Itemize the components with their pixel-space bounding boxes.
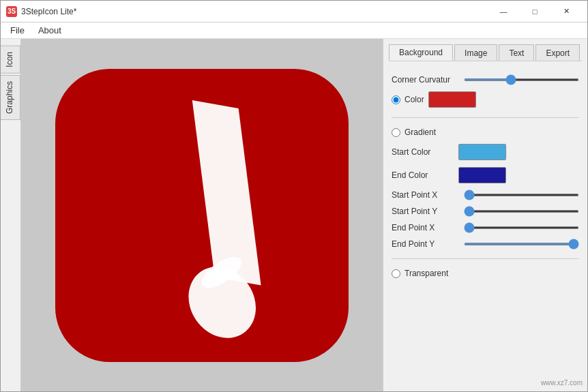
start-color-picker[interactable]	[458, 144, 506, 160]
end-color-label: End Color	[392, 170, 453, 180]
end-color-row: End Color	[392, 167, 579, 183]
brush-icon	[77, 91, 327, 340]
color-option-row: Color	[392, 91, 579, 108]
divider2	[392, 258, 579, 259]
watermark: www.xz7.com	[541, 379, 583, 387]
color-radio[interactable]	[392, 95, 400, 104]
start-color-label: Start Color	[392, 147, 453, 157]
content-area: Icon Graphics	[1, 39, 587, 391]
tab-export[interactable]: Export	[535, 44, 580, 61]
minimize-button[interactable]: —	[488, 1, 519, 22]
end-y-row: End Point Y	[392, 239, 579, 249]
start-x-slider[interactable]	[464, 194, 579, 196]
background-panel: Corner Curvatur Color Gradient S	[389, 72, 582, 281]
window-controls: — □ ✕	[488, 1, 582, 22]
menu-file[interactable]: File	[3, 24, 31, 37]
tab-background[interactable]: Background	[389, 44, 453, 61]
close-button[interactable]: ✕	[550, 1, 582, 22]
left-tabs: Icon Graphics	[1, 39, 21, 391]
window-title: 3StepIcon Lite*	[21, 7, 488, 16]
panel-tabs: Background Image Text Export	[389, 44, 582, 61]
corner-curvature-label: Corner Curvatur	[392, 75, 460, 85]
tab-image[interactable]: Image	[454, 44, 497, 61]
start-color-row: Start Color	[392, 144, 579, 160]
end-x-slider[interactable]	[464, 226, 579, 229]
end-x-row: End Point X	[392, 223, 579, 232]
corner-curvature-slider[interactable]	[464, 78, 579, 81]
transparent-option-row: Transparent	[392, 269, 579, 278]
tab-graphics[interactable]: Graphics	[1, 75, 20, 120]
start-y-label: Start Point Y	[392, 207, 460, 216]
main-window: 3S 3StepIcon Lite* — □ ✕ File About Icon…	[0, 0, 588, 392]
start-y-slider[interactable]	[464, 210, 579, 213]
gradient-option-row: Gradient	[392, 127, 579, 137]
canvas-area	[21, 39, 383, 391]
start-x-row: Start Point X	[392, 190, 579, 200]
corner-curvature-row: Corner Curvatur	[392, 75, 579, 85]
tab-icon[interactable]: Icon	[1, 46, 20, 74]
end-x-label: End Point X	[392, 223, 460, 232]
start-y-row: Start Point Y	[392, 207, 579, 216]
color-picker-red[interactable]	[428, 91, 476, 108]
color-label: Color	[405, 95, 424, 104]
icon-preview	[55, 69, 349, 362]
transparent-radio[interactable]	[392, 269, 400, 278]
menu-about[interactable]: About	[31, 24, 68, 37]
menu-bar: File About	[1, 22, 587, 39]
end-color-picker[interactable]	[458, 167, 506, 183]
tab-text[interactable]: Text	[499, 44, 534, 61]
app-icon: 3S	[6, 6, 17, 17]
gradient-label: Gradient	[405, 127, 436, 137]
right-panel: Background Image Text Export Corner Curv…	[383, 39, 587, 391]
gradient-radio[interactable]	[392, 128, 400, 137]
maximize-button[interactable]: □	[519, 1, 550, 22]
transparent-label: Transparent	[405, 269, 448, 278]
start-x-label: Start Point X	[392, 190, 460, 200]
end-y-label: End Point Y	[392, 239, 460, 249]
end-y-slider[interactable]	[464, 243, 579, 245]
title-bar: 3S 3StepIcon Lite* — □ ✕	[1, 1, 587, 22]
divider1	[392, 117, 579, 118]
